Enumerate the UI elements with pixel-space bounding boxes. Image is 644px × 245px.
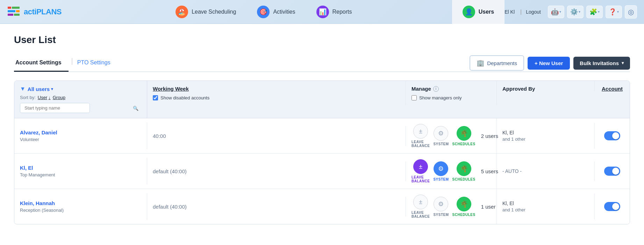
svg-rect-3 — [16, 10, 20, 12]
new-user-button[interactable]: + New User — [528, 57, 570, 70]
reports-icon: 📊 — [316, 6, 329, 18]
users-icon: 👤 — [463, 6, 475, 18]
departments-button[interactable]: 🏢 Departments — [470, 55, 524, 71]
users-count-klein: 1 user — [481, 204, 496, 210]
system-action-alvarez[interactable]: ⚙ SYSTEM — [433, 126, 449, 146]
user-role-klein: Reception (Seasonal) — [20, 208, 141, 213]
help-chevron-icon: ▾ — [617, 10, 619, 14]
sort-by-group[interactable]: Group — [53, 95, 65, 100]
system-action-klel[interactable]: ⚙ SYSTEM — [433, 161, 449, 181]
working-week-col-header: Working Week Show disabled accounts — [147, 81, 406, 105]
schedules-icon: 🌴 — [460, 165, 468, 173]
system-action-klein[interactable]: ⚙ SYSTEM — [433, 197, 449, 217]
filter-users-cell: ▼ All users ▾ Sort by: User ↓ Group — [14, 81, 147, 118]
tab-pto-settings[interactable]: PTO Settings — [76, 56, 117, 72]
user-role-klel: Top Management — [20, 172, 141, 177]
table-row: Kl, El Top Management default (40:00) ± … — [14, 154, 630, 189]
bulk-chevron-icon: ▾ — [622, 61, 624, 65]
approved-cell-alvarez: Kl, El and 1 other — [497, 123, 595, 149]
users-count-klel: 5 users — [481, 168, 498, 174]
user-name-klel[interactable]: Kl, El — [20, 165, 141, 171]
bulk-invitations-button[interactable]: Bulk Invitations ▾ — [573, 57, 630, 70]
leave-balance-action-klel[interactable]: ± LEAVE BALANCE — [412, 159, 430, 183]
approved-by-col-header: Approved By — [497, 81, 595, 92]
schedules-action-alvarez[interactable]: 🌴 SCHEDULES — [452, 126, 475, 146]
user-cell-alvarez: Alvarez, Daniel Volunteer — [14, 122, 147, 149]
manage-cell-alvarez: ± LEAVE BALANCE ⚙ SYSTEM 🌴 SCHEDULES — [406, 118, 497, 153]
schedules-action-klel[interactable]: 🌴 SCHEDULES — [452, 161, 475, 181]
sort-by-user[interactable]: User ↓ — [38, 95, 51, 100]
tab-account-settings[interactable]: Account Settings — [14, 56, 69, 72]
nav-links: 🏖️ Leave Scheduling 🎯 Activities 📊 Repor… — [76, 0, 452, 24]
filter-icon: ▼ — [20, 86, 26, 92]
table-row: Klein, Hannah Reception (Seasonal) defau… — [14, 189, 630, 224]
extensions-chevron-icon: ▾ — [598, 10, 600, 14]
page-title: User List — [14, 34, 630, 46]
logout-button[interactable]: Logout — [526, 9, 541, 15]
nav-item-leave-scheduling[interactable]: 🏖️ Leave Scheduling — [165, 0, 246, 24]
settings-chevron-icon: ▾ — [579, 10, 580, 14]
profile-circle-icon: ◎ — [628, 8, 634, 16]
week-cell-klel: default (40:00) — [147, 161, 406, 181]
nav-item-activities[interactable]: 🎯 Activities — [246, 0, 306, 24]
account-cell-klel — [595, 160, 630, 183]
manage-info-icon[interactable]: i — [433, 86, 439, 92]
nav-item-reports[interactable]: 📊 Reports — [306, 0, 363, 24]
manage-cell-klel: ± LEAVE BALANCE ⚙ SYSTEM 🌴 SCHEDULES — [406, 154, 497, 189]
user-name-klein[interactable]: Klein, Hannah — [20, 200, 141, 206]
extensions-button[interactable]: 🧩 ▾ — [586, 6, 603, 18]
schedules-icon: 🌴 — [460, 130, 468, 137]
leave-balance-icon: ± — [419, 128, 422, 135]
approved-cell-klein: Kl, El and 1 other — [497, 194, 595, 219]
users-table: ▼ All users ▾ Sort by: User ↓ Group — [14, 80, 630, 224]
account-cell-klein — [595, 195, 630, 218]
approved-cell-klel: - AUTO - — [497, 161, 595, 181]
logo-text: actiPLANS — [24, 7, 62, 16]
tabs-left: Account Settings | PTO Settings — [14, 56, 117, 71]
manage-col-header: Manage i Show managers only — [406, 81, 497, 105]
all-users-filter[interactable]: All users ▾ — [28, 86, 53, 92]
leave-balance-action-klein[interactable]: ± LEAVE BALANCE — [412, 195, 430, 218]
users-count-alvarez: 2 users — [481, 133, 498, 139]
settings-button[interactable]: ⚙️ ▾ — [567, 6, 584, 18]
account-toggle-alvarez[interactable] — [604, 131, 620, 140]
filter-row: ▼ All users ▾ Sort by: User ↓ Group — [14, 81, 630, 118]
logo[interactable]: actiPLANS — [7, 5, 62, 19]
show-managers-checkbox[interactable]: Show managers only — [412, 95, 461, 100]
leave-scheduling-icon: 🏖️ — [176, 6, 188, 18]
week-cell-klein: default (40:00) — [147, 197, 406, 217]
departments-icon: 🏢 — [477, 59, 484, 67]
page-content: User List Account Settings | PTO Setting… — [0, 24, 644, 245]
show-disabled-checkbox[interactable]: Show disabled accounts — [153, 95, 209, 100]
top-navigation: actiPLANS 🏖️ Leave Scheduling 🎯 Activiti… — [0, 0, 644, 24]
nav-right-area: El Kl | Logout 🤖 ▾ ⚙️ ▾ 🧩 ▾ ❓ ▾ ◎ — [505, 5, 637, 19]
account-col-header: Account — [595, 81, 630, 92]
tabs-right: 🏢 Departments + New User Bulk Invitation… — [470, 55, 630, 71]
manage-cell-klein: ± LEAVE BALANCE ⚙ SYSTEM 🌴 SCHEDULES — [406, 189, 497, 224]
account-cell-alvarez — [595, 124, 630, 147]
activities-icon: 🎯 — [257, 6, 270, 18]
svg-rect-5 — [14, 14, 20, 16]
svg-rect-1 — [12, 7, 20, 9]
help-button[interactable]: ❓ ▾ — [606, 6, 622, 18]
svg-rect-0 — [8, 7, 11, 9]
user-role-alvarez: Volunteer — [20, 137, 141, 142]
leave-balance-action-alvarez[interactable]: ± LEAVE BALANCE — [412, 124, 430, 148]
leave-balance-icon: ± — [419, 198, 422, 206]
schedules-action-klein[interactable]: 🌴 SCHEDULES — [452, 197, 475, 217]
schedules-icon: 🌴 — [460, 200, 468, 208]
sort-arrow-icon: ↓ — [48, 95, 51, 100]
table-row: Alvarez, Daniel Volunteer 40:00 ± LEAVE … — [14, 118, 630, 154]
account-toggle-klein[interactable] — [604, 202, 620, 211]
nav-item-users[interactable]: 👤 Users — [452, 0, 505, 24]
profile-button[interactable]: ◎ — [625, 5, 637, 19]
search-icon: 🔍 — [133, 105, 138, 111]
bot-button[interactable]: 🤖 ▾ — [548, 6, 564, 18]
system-icon: ⚙ — [438, 165, 444, 173]
bot-chevron-icon: ▾ — [559, 10, 561, 14]
svg-rect-2 — [8, 10, 15, 12]
system-icon: ⚙ — [438, 200, 444, 208]
account-toggle-klel[interactable] — [604, 167, 620, 176]
search-input[interactable] — [20, 103, 90, 113]
user-name-alvarez[interactable]: Alvarez, Daniel — [20, 130, 141, 135]
